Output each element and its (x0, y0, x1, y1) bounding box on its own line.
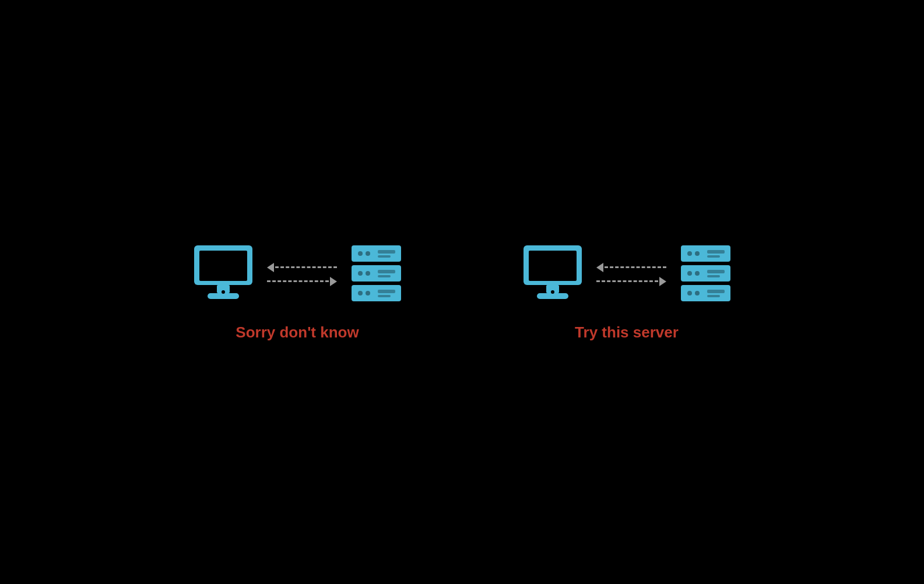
svg-point-32 (695, 271, 700, 276)
svg-point-26 (687, 251, 692, 256)
svg-rect-3 (208, 293, 239, 299)
svg-point-11 (358, 271, 363, 276)
svg-point-16 (358, 291, 363, 295)
monitor-icon-right (521, 242, 585, 306)
svg-rect-38 (707, 290, 725, 293)
arrowhead-left-2 (596, 263, 603, 272)
diagram-right: Try this server (521, 242, 733, 342)
server-icon-right (678, 242, 733, 306)
arrowhead-right-1 (330, 277, 337, 286)
arrow-row-left-request (267, 277, 337, 286)
svg-rect-9 (378, 255, 391, 258)
main-container: Sorry don't know (191, 242, 733, 342)
dashed-line-left-2 (267, 280, 329, 282)
icons-row-right (521, 242, 733, 306)
dashed-line-right-2 (596, 280, 658, 282)
svg-point-27 (695, 251, 700, 256)
svg-rect-23 (537, 293, 568, 299)
arrows-right (596, 263, 666, 286)
svg-rect-8 (378, 250, 395, 254)
svg-rect-34 (707, 275, 720, 277)
svg-point-6 (358, 251, 363, 256)
svg-point-17 (366, 291, 370, 295)
arrowhead-left-1 (267, 263, 274, 272)
svg-point-36 (687, 291, 692, 295)
svg-rect-18 (378, 290, 395, 293)
arrow-row-right-response (596, 263, 666, 272)
dashed-line-right-1 (605, 266, 666, 268)
svg-point-4 (222, 290, 225, 294)
svg-rect-19 (378, 295, 391, 297)
label-try: Try this server (575, 323, 679, 342)
svg-point-37 (695, 291, 700, 295)
svg-rect-21 (529, 251, 577, 281)
svg-rect-1 (199, 251, 247, 281)
svg-point-31 (687, 271, 692, 276)
svg-rect-29 (707, 255, 720, 258)
svg-point-24 (551, 290, 554, 294)
server-icon-left (349, 242, 404, 306)
svg-point-12 (366, 271, 370, 276)
svg-rect-39 (707, 295, 720, 297)
diagram-left: Sorry don't know (191, 242, 404, 342)
label-sorry: Sorry don't know (236, 323, 359, 342)
arrows-left (267, 263, 337, 286)
svg-rect-13 (378, 270, 395, 273)
arrow-row-left-response (267, 263, 337, 272)
svg-point-7 (366, 251, 370, 256)
arrow-row-right-request (596, 277, 666, 286)
monitor-icon-left (191, 242, 255, 306)
icons-row-left (191, 242, 404, 306)
arrowhead-right-2 (659, 277, 666, 286)
dashed-line-left-1 (275, 266, 337, 268)
svg-rect-14 (378, 275, 391, 277)
svg-rect-33 (707, 270, 725, 273)
svg-rect-28 (707, 250, 725, 254)
